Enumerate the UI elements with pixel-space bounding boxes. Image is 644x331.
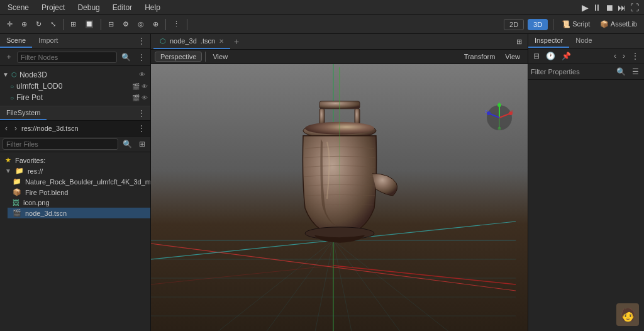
mode-2d-button[interactable]: 2D — [504, 19, 524, 30]
mode-3d-button[interactable]: 3D — [528, 19, 548, 30]
view-button[interactable]: View — [501, 52, 524, 62]
filesystem-tabs: FileSystem ⋮ — [0, 106, 150, 121]
tab-node[interactable]: Node — [569, 34, 598, 48]
fs-filter-icon[interactable]: 🔍 — [120, 138, 135, 150]
perspective-button[interactable]: Perspective — [155, 52, 202, 62]
inspector-more[interactable]: ⋮ — [629, 50, 641, 62]
menu-help[interactable]: Help — [142, 2, 163, 13]
viewport-area: ⬡ node_3d .tscn ✕ + ⊞ Perspective View T… — [151, 34, 528, 331]
scene-toolbar: ＋ 🔍 ⋮ — [0, 48, 150, 66]
icon-png-label: icon.png — [23, 199, 50, 206]
fs-layout-icon[interactable]: ⊞ — [136, 138, 148, 150]
fs-filter-bar: 🔍 ⊞ — [0, 137, 150, 152]
tool-select[interactable]: ✛ — [4, 19, 16, 30]
pause-button[interactable]: ⏸ — [592, 3, 601, 13]
tab-inspector[interactable]: Inspector — [528, 34, 569, 48]
inspector-nav-next[interactable]: › — [620, 50, 628, 62]
fs-forward-button[interactable]: › — [12, 123, 19, 134]
tool-d[interactable]: ⊕ — [150, 19, 162, 30]
node3d-icon: ⬡ — [11, 71, 17, 78]
fs-path-input[interactable] — [21, 125, 133, 132]
tool-move[interactable]: ⊕ — [18, 19, 30, 30]
add-tab-button[interactable]: + — [230, 34, 243, 49]
gizmo-widget: Y X Z — [484, 102, 515, 133]
scene-tabs: Scene Import ⋮ — [0, 34, 150, 48]
filter-nodes-input[interactable] — [17, 52, 117, 63]
tree-item-lod0[interactable]: ○ ulmfcft_LOD0 🎬 👁 — [8, 81, 150, 92]
viewport-maximize-button[interactable]: ⊞ — [513, 36, 525, 47]
remote-button[interactable]: ⛶ — [630, 3, 639, 13]
tab-import[interactable]: Import — [32, 34, 64, 48]
close-tab-button[interactable]: ✕ — [219, 38, 224, 45]
inspector-nav-prev[interactable]: ‹ — [611, 50, 619, 62]
lod0-label: ulmfcft_LOD0 — [16, 82, 62, 91]
fs-item-icon-png[interactable]: 🖼 icon.png — [8, 198, 150, 208]
y-axis-line — [339, 67, 340, 215]
main-area: Scene Import ⋮ ＋ 🔍 ⋮ ▼ ⬡ Node3D — [0, 34, 644, 331]
step-button[interactable]: ⏭ — [618, 3, 626, 13]
tab-filesystem[interactable]: FileSystem — [0, 106, 47, 120]
transform-button[interactable]: Transform — [460, 52, 499, 62]
fs-path-options[interactable]: ⋮ — [135, 123, 148, 134]
tree-item-firepot-actions: 🎬 👁 — [132, 94, 148, 101]
fs-filter-input[interactable] — [3, 138, 118, 150]
tree-item-lod0-actions: 🎬 👁 — [132, 83, 148, 90]
inspector-history-prev[interactable]: ⊟ — [531, 50, 542, 62]
viewport-tab-node3d[interactable]: ⬡ node_3d .tscn ✕ — [153, 35, 230, 49]
tool-local[interactable]: ⊞ — [67, 19, 79, 30]
filter-properties-label: Filter Properties — [531, 68, 580, 76]
tool-scale[interactable]: ⤡ — [47, 19, 59, 30]
tree-item-node3d[interactable]: ▼ ⬡ Node3D 👁 — [0, 69, 150, 81]
menu-debug[interactable]: Debug — [75, 2, 102, 13]
firepot-film-icon: 🎬 — [132, 94, 140, 101]
tree-expand-node3d[interactable]: ▼ — [3, 71, 9, 78]
tool-more[interactable]: ⋮ — [170, 19, 183, 30]
lod0-eye-icon[interactable]: 👁 — [142, 83, 148, 90]
view-menu-button[interactable]: View — [209, 52, 231, 62]
menu-project[interactable]: Project — [39, 2, 67, 13]
boulder-folder-icon: 📁 — [13, 177, 21, 186]
fs-favorites-label: ★ Favorites: — [0, 155, 150, 166]
tree-item-firepot[interactable]: ○ Fire Pot 🎬 👁 — [8, 92, 150, 103]
scene-tree: ▼ ⬡ Node3D 👁 ○ ulmfcft_LOD0 🎬 👁 — [0, 66, 150, 106]
svg-point-32 — [498, 127, 501, 130]
lod0-icon: ○ — [10, 83, 14, 90]
fs-item-boulder[interactable]: 📁 Nature_Rock_Boulder_ulmfcft_4K_3d_ms — [8, 176, 150, 187]
png-icon: 🖼 — [13, 199, 19, 206]
tool-c[interactable]: ◎ — [135, 19, 147, 30]
lod0-film-icon: 🎬 — [132, 83, 140, 90]
filter-properties-search[interactable]: 🔍 — [614, 66, 628, 77]
fs-item-node3d-tscn[interactable]: 🎬 node_3d.tscn — [8, 208, 150, 218]
viewport-3d[interactable]: Y X Z ▷ — [151, 64, 528, 331]
scene-panel-menu[interactable]: ⋮ — [135, 35, 148, 47]
tab-scene[interactable]: Scene — [0, 34, 32, 48]
tool-rotate[interactable]: ↻ — [33, 19, 45, 30]
sep-5 — [553, 19, 553, 30]
menu-editor[interactable]: Editor — [110, 2, 135, 13]
tool-a[interactable]: ⊟ — [105, 19, 117, 30]
filesystem-panel-menu[interactable]: ⋮ — [135, 108, 148, 119]
tool-snap[interactable]: 🔲 — [82, 19, 97, 30]
fs-back-button[interactable]: ‹ — [3, 123, 10, 134]
fs-item-res[interactable]: ▼ 📁 res:// — [0, 166, 150, 176]
add-node-button[interactable]: ＋ — [3, 50, 15, 64]
scene-options-button[interactable]: ⋮ — [135, 52, 148, 63]
node3d-label: Node3D — [19, 70, 47, 79]
visibility-icon-node3d[interactable]: 👁 — [136, 70, 148, 79]
inspector-pin[interactable]: 📌 — [559, 50, 574, 62]
firepot-icon: ○ — [10, 94, 14, 101]
tool-b[interactable]: ⚙ — [119, 19, 132, 30]
script-button[interactable]: 📜 Script — [558, 19, 593, 30]
menu-scene[interactable]: Scene — [5, 2, 31, 13]
firepot-eye-icon[interactable]: 👁 — [142, 94, 148, 101]
firepot-blend-label: Fire Pot.blend — [25, 189, 68, 196]
filesystem-panel: FileSystem ⋮ ‹ › ⋮ 🔍 ⊞ ★ Favorite — [0, 106, 150, 331]
stop-button[interactable]: ⏹ — [605, 3, 614, 13]
filter-properties-options[interactable]: ☰ — [630, 66, 641, 77]
favorites-star-icon: ★ — [5, 156, 11, 164]
search-nodes-button[interactable]: 🔍 — [119, 52, 133, 63]
inspector-history-next[interactable]: 🕐 — [543, 50, 558, 62]
fs-item-firepot-blend[interactable]: 📦 Fire Pot.blend — [8, 187, 150, 198]
play-button[interactable]: ▶ — [582, 3, 589, 13]
assetlib-button[interactable]: 📦 AssetLib — [597, 19, 640, 30]
